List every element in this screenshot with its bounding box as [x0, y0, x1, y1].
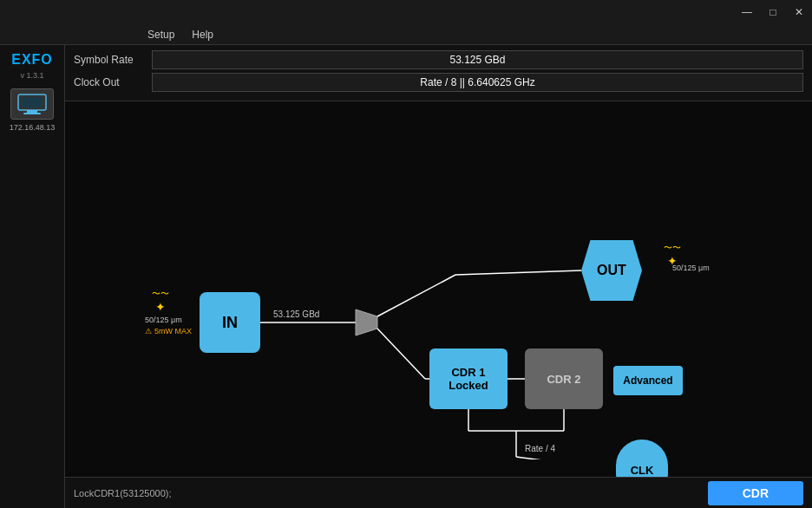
exfo-logo: EXFO [11, 52, 53, 68]
node-in[interactable]: IN [200, 292, 260, 353]
svg-rect-3 [23, 113, 41, 114]
warning-5mw: ⚠ 5mW MAX [145, 327, 192, 335]
node-cdr2[interactable]: CDR 2 [525, 348, 603, 409]
close-button[interactable]: ✕ [786, 0, 812, 24]
menu-help[interactable]: Help [183, 24, 222, 44]
label-53ghz: 53.125 GBd [273, 309, 319, 319]
main-area: Symbol Rate 53.125 GBd Clock Out Rate / … [65, 45, 812, 508]
title-bar: — □ ✕ [0, 0, 812, 24]
sun-icon-in: ✦ [155, 300, 166, 314]
minimize-button[interactable]: — [734, 0, 760, 24]
node-cdr1[interactable]: CDR 1 Locked [429, 348, 508, 409]
clock-out-label: Clock Out [74, 76, 152, 88]
in-optical-group: 〜〜 ✦ [152, 288, 169, 314]
bottom-bar: LockCDR1(53125000); CDR [65, 477, 812, 508]
symbol-rate-value[interactable]: 53.125 GBd [152, 50, 803, 69]
status-text: LockCDR1(53125000); [74, 488, 708, 498]
maximize-button[interactable]: □ [760, 0, 786, 24]
label-50-125-in: 50/125 μm [145, 316, 182, 324]
cdr-button[interactable]: CDR [708, 481, 803, 505]
menu-setup[interactable]: Setup [139, 24, 183, 44]
svg-line-7 [455, 270, 581, 275]
svg-line-6 [377, 275, 455, 316]
node-out[interactable]: OUT [581, 240, 642, 301]
sidebar: EXFO v 1.3.1 172.16.48.13 [0, 45, 65, 508]
label-rate4: Rate / 4 [525, 444, 555, 453]
label-50-125-out: 50/125 μm [672, 264, 710, 272]
clock-out-row: Clock Out Rate / 8 || 6.640625 GHz [74, 73, 803, 92]
cdr1-line2: Locked [449, 379, 488, 392]
clock-out-value[interactable]: Rate / 8 || 6.640625 GHz [152, 73, 803, 92]
wave-icon-out: 〜〜 [664, 242, 681, 254]
ip-address: 172.16.48.13 [10, 123, 56, 132]
svg-rect-2 [27, 110, 37, 113]
version-label: v 1.3.1 [20, 71, 43, 80]
svg-line-8 [377, 329, 425, 379]
device-icon[interactable] [10, 88, 54, 120]
warning-icon: ⚠ [145, 327, 152, 335]
svg-line-15 [516, 457, 616, 459]
svg-marker-5 [356, 309, 377, 335]
symbol-rate-label: Symbol Rate [74, 54, 152, 66]
svg-rect-1 [22, 97, 43, 107]
menu-bar: Setup Help [0, 24, 812, 45]
wave-icon-in: 〜〜 [152, 288, 169, 300]
window-controls: — □ ✕ [734, 0, 812, 24]
advanced-button[interactable]: Advanced [613, 366, 683, 395]
header-fields: Symbol Rate 53.125 GBd Clock Out Rate / … [65, 45, 812, 101]
diagram-area: 〜〜 ✦ 50/125 μm ⚠ 5mW MAX IN 53.125 GBd 〜… [65, 101, 812, 459]
symbol-rate-row: Symbol Rate 53.125 GBd [74, 50, 803, 69]
cdr1-line1: CDR 1 [451, 366, 485, 379]
